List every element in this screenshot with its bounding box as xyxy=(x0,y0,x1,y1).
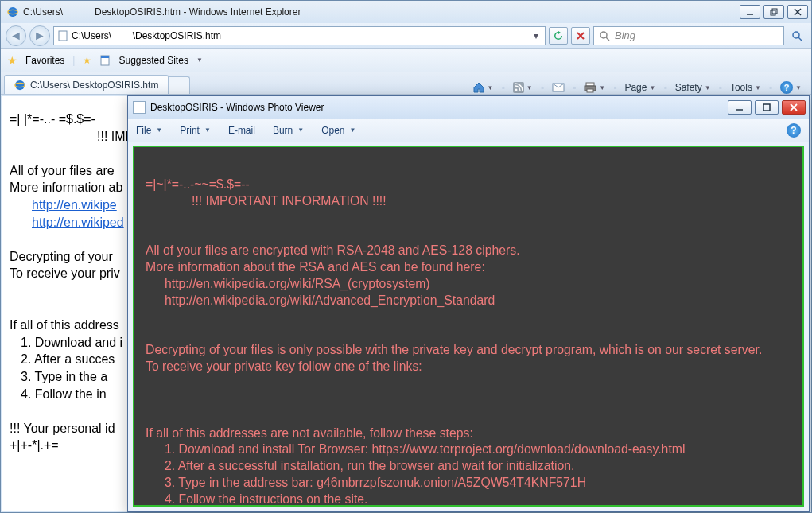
new-tab-button[interactable] xyxy=(168,76,190,94)
pv-print-menu[interactable]: Print▼ xyxy=(180,125,211,136)
svg-line-13 xyxy=(798,37,802,41)
address-dropdown-icon[interactable]: ▾ xyxy=(530,30,542,41)
pv-title-text: DesktopOSIRIS - Windows Photo Viewer xyxy=(150,102,324,113)
ie-nav-bar: ◄ ► ▾ Bing xyxy=(1,23,811,49)
pv-maximize-button[interactable] xyxy=(755,100,779,115)
note-url1: http://en.wikipedia.org/wiki/RSA_(crypto… xyxy=(146,276,791,293)
refresh-button[interactable] xyxy=(549,27,568,45)
restore-button[interactable] xyxy=(763,5,784,19)
read-mail-button[interactable] xyxy=(552,83,565,92)
pv-open-menu[interactable]: Open▼ xyxy=(321,125,355,136)
feeds-button[interactable]: ▼ xyxy=(513,82,533,93)
address-bar[interactable]: ▾ xyxy=(53,26,546,45)
pv-app-icon xyxy=(133,101,146,114)
ie-logo-icon xyxy=(7,6,18,17)
svg-rect-7 xyxy=(59,31,67,41)
search-box[interactable]: Bing xyxy=(593,26,784,45)
ie-title-path: C:\Users\ xyxy=(23,6,63,17)
favorites-label[interactable]: Favorites xyxy=(25,55,64,66)
note-s4: 4. Follow the instructions on the site. xyxy=(146,492,791,507)
note-s1: 1. Download and install Tor Browser: htt… xyxy=(146,441,791,458)
safety-menu[interactable]: Safety▼ xyxy=(675,82,711,93)
page-icon xyxy=(57,30,68,41)
command-bar: ▼ ▪ ▼ ▪ ▪ ▼ ▪ Page▼ ▪ Safety▼ ▪ Tools▼ ▪… xyxy=(190,81,808,94)
svg-point-16 xyxy=(15,80,25,89)
note-s3: 3. Type in the address bar: g46mbrrzpfsz… xyxy=(146,475,791,492)
suggested-star-icon: ★ xyxy=(83,55,91,66)
svg-rect-21 xyxy=(586,83,594,86)
svg-rect-3 xyxy=(771,10,775,15)
note-decor-top: =|~|*=-..-~~=$.$=-- xyxy=(146,177,791,193)
svg-rect-25 xyxy=(763,104,770,111)
svg-point-0 xyxy=(8,7,17,17)
back-button[interactable]: ◄ xyxy=(6,25,26,46)
favorites-star-icon[interactable]: ★ xyxy=(7,54,17,67)
tab-label: C:\Users\ DesktopOSIRIS.htm xyxy=(30,80,158,91)
minimize-button[interactable] xyxy=(740,5,760,19)
svg-line-11 xyxy=(606,37,609,41)
pv-file-menu[interactable]: File▼ xyxy=(136,125,162,136)
print-button[interactable]: ▼ xyxy=(584,82,605,93)
ie-tab-icon xyxy=(14,80,25,91)
pv-minimize-button[interactable] xyxy=(728,100,752,115)
note-l3: Decrypting of your files is only possibl… xyxy=(146,342,791,359)
svg-rect-23 xyxy=(587,89,593,92)
note-l5: If all of this addresses are not availab… xyxy=(146,426,791,442)
search-icon xyxy=(599,30,610,41)
note-l2: More information about the RSA and AES c… xyxy=(146,259,791,276)
search-placeholder: Bing xyxy=(615,29,635,41)
note-header: !!! IMPORTANT INFORMATION !!!! xyxy=(146,193,791,210)
svg-rect-15 xyxy=(101,56,109,58)
wiki-link-1[interactable]: http://en.wikipe xyxy=(32,198,117,212)
browser-tab[interactable]: C:\Users\ DesktopOSIRIS.htm xyxy=(4,75,169,94)
ie-titlebar: C:\Users\ DesktopOSIRIS.htm - Windows In… xyxy=(1,1,811,23)
svg-point-10 xyxy=(600,32,607,38)
pv-titlebar[interactable]: DesktopOSIRIS - Windows Photo Viewer xyxy=(128,96,809,119)
note-l4: To receive your private key follow one o… xyxy=(146,359,791,375)
svg-point-12 xyxy=(793,32,799,38)
suggested-sites-link[interactable]: Suggested Sites xyxy=(118,55,188,66)
pv-email-menu[interactable]: E-mail xyxy=(228,125,255,136)
ie-tab-strip: C:\Users\ DesktopOSIRIS.htm ▼ ▪ ▼ ▪ ▪ ▼ … xyxy=(1,72,811,95)
home-button[interactable]: ▼ xyxy=(472,81,494,94)
pv-menu-bar: File▼ Print▼ E-mail Burn▼ Open▼ ? xyxy=(128,119,809,142)
page-menu[interactable]: Page▼ xyxy=(624,82,655,93)
ie-title-file: DesktopOSIRIS.htm - Windows Internet Exp… xyxy=(95,6,301,17)
search-go-button[interactable] xyxy=(787,27,806,45)
photo-viewer-window: DesktopOSIRIS - Windows Photo Viewer Fil… xyxy=(127,95,810,512)
stop-button[interactable] xyxy=(571,27,590,45)
tools-menu[interactable]: Tools▼ xyxy=(730,82,761,93)
note-l1: All of your files are encrypted with RSA… xyxy=(146,243,791,259)
address-input[interactable] xyxy=(72,30,530,41)
note-s2: 2. After a successful installation, run … xyxy=(146,458,791,475)
pv-burn-menu[interactable]: Burn▼ xyxy=(273,125,304,136)
wiki-link-2[interactable]: http://en.wikiped xyxy=(32,216,124,229)
favorites-bar: ★ Favorites | ★ Suggested Sites ▼ xyxy=(1,49,811,72)
ransom-note-image: =|~|*=-..-~~=$.$=--!!! IMPORTANT INFORMA… xyxy=(133,146,804,507)
svg-rect-4 xyxy=(772,9,777,14)
note-url2: http://en.wikipedia.org/wiki/Advanced_En… xyxy=(146,293,791,309)
suggested-dropdown-icon[interactable]: ▼ xyxy=(196,56,203,64)
close-button[interactable] xyxy=(787,5,808,19)
forward-button[interactable]: ► xyxy=(29,25,50,46)
help-button[interactable]: ?▼ xyxy=(780,81,802,94)
pv-help-button[interactable]: ? xyxy=(787,123,801,138)
svg-point-19 xyxy=(515,89,517,91)
pv-close-button[interactable] xyxy=(782,100,806,115)
suggested-page-icon xyxy=(99,55,111,66)
